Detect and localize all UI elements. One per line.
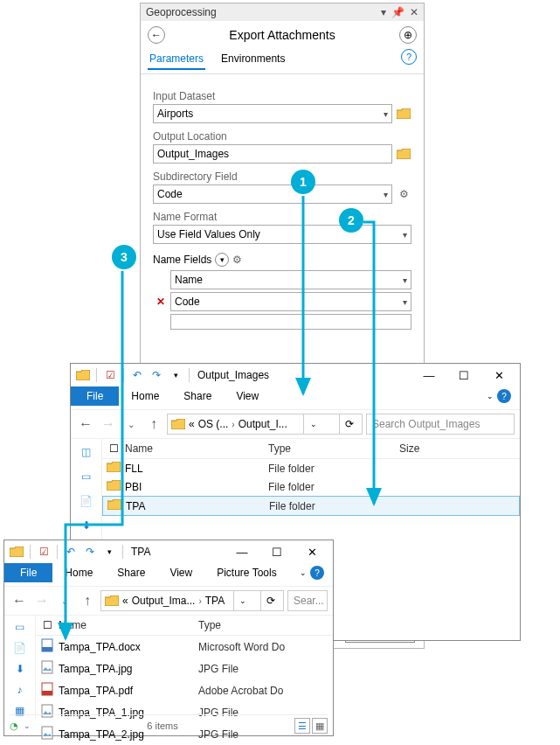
ribbon-file-tab[interactable]: File bbox=[71, 386, 119, 406]
chevron-down-icon[interactable]: ▾ bbox=[384, 109, 388, 119]
help-icon[interactable]: ? bbox=[401, 49, 417, 65]
nav-forward-button[interactable]: → bbox=[99, 414, 118, 434]
column-checkbox[interactable]: ☐ bbox=[36, 619, 59, 631]
expand-name-fields-icon[interactable]: ▾ bbox=[215, 253, 229, 267]
breadcrumb-part[interactable]: TPA bbox=[205, 595, 225, 607]
column-size-header[interactable]: Size bbox=[399, 442, 520, 455]
checkbox-icon[interactable]: ☑ bbox=[35, 543, 52, 560]
nav-forward-button[interactable]: → bbox=[32, 591, 52, 610]
gear-icon[interactable]: ⚙ bbox=[232, 254, 242, 266]
chevron-down-icon[interactable]: ▾ bbox=[403, 275, 407, 285]
maximize-button[interactable]: ☐ bbox=[450, 366, 478, 385]
chevron-down-icon[interactable]: ⌄ bbox=[24, 721, 31, 730]
nav-back-button[interactable]: ← bbox=[10, 591, 29, 610]
sidebar-downloads-icon[interactable]: ⬇ bbox=[12, 663, 28, 675]
ribbon-file-tab[interactable]: File bbox=[4, 563, 52, 582]
nav-back-button[interactable]: ← bbox=[76, 414, 95, 434]
list-item[interactable]: PBI File folder bbox=[102, 477, 520, 496]
minimize-button[interactable]: — bbox=[228, 542, 256, 561]
breadcrumb-part[interactable]: OS (... bbox=[198, 418, 229, 430]
breadcrumb-part[interactable]: Output_Ima... bbox=[132, 595, 196, 607]
details-view-icon[interactable]: ☰ bbox=[294, 718, 310, 734]
folder-icon[interactable] bbox=[8, 543, 25, 560]
input-dataset-field[interactable]: Airports ▾ bbox=[153, 104, 392, 123]
chevron-right-icon[interactable]: › bbox=[198, 596, 201, 606]
name-field-1[interactable]: Code ▾ bbox=[170, 292, 411, 311]
column-name-header[interactable]: Name bbox=[125, 442, 268, 455]
ribbon-expand-icon[interactable]: ⌄ bbox=[487, 392, 494, 400]
output-location-field[interactable]: Output_Images bbox=[153, 144, 392, 164]
address-dropdown-icon[interactable]: ⌄ bbox=[233, 591, 252, 610]
redo-icon[interactable]: ↷ bbox=[81, 543, 99, 560]
chevron-down-icon[interactable]: ▾ bbox=[403, 297, 407, 307]
breadcrumb-part[interactable]: « bbox=[189, 418, 195, 430]
drive-icon[interactable]: ◔ bbox=[10, 721, 18, 732]
nav-up-button[interactable]: ↑ bbox=[78, 591, 97, 610]
nav-recent-icon[interactable]: ⌄ bbox=[55, 591, 74, 610]
breadcrumb-part[interactable]: « bbox=[122, 595, 128, 607]
chevron-down-icon[interactable]: ▾ bbox=[384, 190, 388, 199]
list-item[interactable]: Tampa_TPA.jpgJPG File bbox=[36, 658, 333, 679]
subdirectory-field[interactable]: Code ▾ bbox=[153, 185, 392, 204]
add-button[interactable]: ⊕ bbox=[399, 26, 417, 44]
nav-recent-icon[interactable]: ⌄ bbox=[121, 414, 141, 434]
ribbon-home-tab[interactable]: Home bbox=[119, 386, 171, 406]
address-bar[interactable]: « OS (... › Output_I... ⌄ ⟳ bbox=[167, 414, 363, 435]
ribbon-expand-icon[interactable]: ⌄ bbox=[300, 568, 307, 577]
back-button[interactable]: ← bbox=[148, 26, 165, 44]
ribbon-help-icon[interactable]: ? bbox=[310, 566, 324, 580]
chevron-right-icon[interactable]: › bbox=[232, 420, 234, 429]
dropdown-icon[interactable]: ▾ bbox=[100, 543, 118, 560]
breadcrumb-part[interactable]: Output_I... bbox=[239, 418, 287, 430]
sidebar-documents-icon[interactable]: 📄 bbox=[79, 493, 94, 509]
sidebar-documents-icon[interactable]: 📄 bbox=[12, 642, 28, 654]
column-type-header[interactable]: Type bbox=[198, 619, 329, 631]
search-input[interactable]: Sear... bbox=[287, 590, 328, 611]
address-bar[interactable]: « Output_Ima... › TPA ⌄ ⟳ bbox=[100, 590, 284, 611]
search-input[interactable]: Search Output_Images bbox=[366, 414, 515, 435]
minimize-button[interactable]: — bbox=[415, 366, 443, 385]
undo-icon[interactable]: ↶ bbox=[62, 543, 80, 560]
column-name-header[interactable]: Name bbox=[59, 619, 198, 631]
list-item[interactable]: FLL File folder bbox=[102, 459, 520, 477]
autohide-icon[interactable]: ▾ bbox=[381, 6, 386, 18]
sidebar-downloads-icon[interactable]: ⬇ bbox=[79, 518, 94, 533]
name-format-field[interactable]: Use Field Values Only ▾ bbox=[153, 225, 411, 244]
dropdown-icon[interactable]: ▾ bbox=[167, 366, 184, 384]
nav-up-button[interactable]: ↑ bbox=[144, 414, 163, 434]
refresh-button[interactable]: ⟳ bbox=[260, 591, 280, 610]
ribbon-help-icon[interactable]: ? bbox=[497, 389, 511, 403]
sidebar-desktop-icon[interactable]: ▭ bbox=[79, 469, 94, 484]
name-field-empty[interactable] bbox=[170, 314, 411, 330]
pin-icon[interactable]: 📌 bbox=[391, 6, 404, 18]
checkbox-icon[interactable]: ☑ bbox=[101, 366, 119, 384]
column-checkbox[interactable]: ☐ bbox=[102, 442, 125, 455]
list-item[interactable]: Tampa_TPA.docxMicrosoft Word Do bbox=[36, 636, 333, 658]
name-field-0[interactable]: Name ▾ bbox=[170, 270, 411, 289]
ribbon-view-tab[interactable]: View bbox=[224, 386, 271, 406]
ribbon-home-tab[interactable]: Home bbox=[52, 563, 105, 582]
chevron-down-icon[interactable]: ▾ bbox=[403, 230, 407, 240]
folder-icon[interactable] bbox=[74, 366, 92, 384]
redo-icon[interactable]: ↷ bbox=[148, 366, 165, 384]
ribbon-share-tab[interactable]: Share bbox=[171, 386, 224, 406]
ribbon-view-tab[interactable]: View bbox=[157, 563, 204, 582]
tab-environments[interactable]: Environments bbox=[219, 49, 287, 70]
sidebar-3d-icon[interactable]: ◫ bbox=[79, 444, 94, 460]
undo-icon[interactable]: ↶ bbox=[128, 366, 146, 384]
refresh-button[interactable]: ⟳ bbox=[339, 414, 358, 434]
thumbnails-view-icon[interactable]: ▦ bbox=[312, 718, 328, 734]
close-button[interactable]: ✕ bbox=[485, 366, 513, 385]
close-pane-icon[interactable]: ✕ bbox=[410, 6, 418, 18]
address-dropdown-icon[interactable]: ⌄ bbox=[303, 414, 322, 434]
ribbon-picture-tools-tab[interactable]: Picture Tools bbox=[204, 563, 288, 582]
remove-field-button[interactable]: ✕ bbox=[153, 296, 169, 308]
sidebar-music-icon[interactable]: ♪ bbox=[12, 684, 28, 696]
maximize-button[interactable]: ☐ bbox=[263, 542, 291, 561]
ribbon-share-tab[interactable]: Share bbox=[105, 563, 157, 582]
sidebar-desktop-icon[interactable]: ▭ bbox=[12, 621, 28, 633]
list-item[interactable]: TPA File folder bbox=[102, 496, 520, 516]
close-button[interactable]: ✕ bbox=[298, 542, 326, 561]
gear-icon[interactable]: ⚙ bbox=[396, 186, 411, 202]
tab-parameters[interactable]: Parameters bbox=[148, 49, 205, 70]
